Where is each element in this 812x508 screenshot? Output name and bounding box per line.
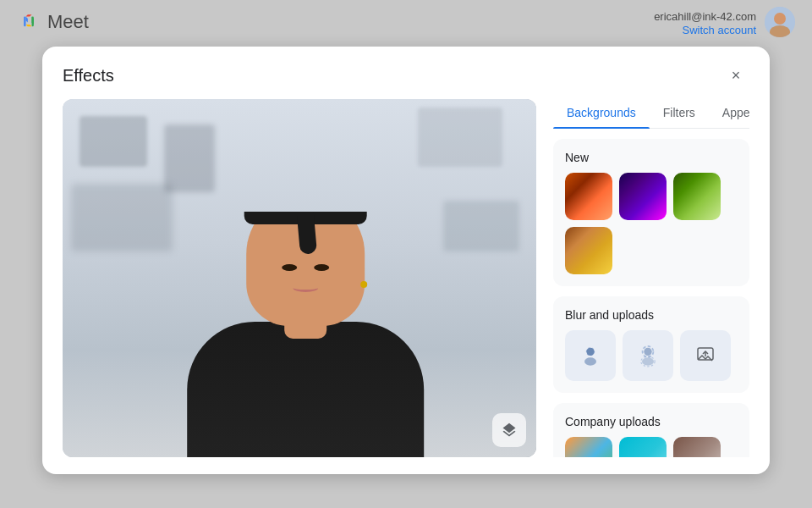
svg-point-8 xyxy=(644,348,651,356)
new-bg-3[interactable] xyxy=(673,173,721,220)
video-background xyxy=(63,99,536,457)
svg-point-6 xyxy=(584,357,596,365)
blur-section: Blur and uploads xyxy=(553,296,749,393)
video-preview xyxy=(63,99,536,457)
company-section: Company uploads xyxy=(553,403,749,457)
new-bg-2[interactable] xyxy=(619,173,667,220)
person-in-preview xyxy=(153,212,458,457)
topbar: Meet ericahill@ink-42.com Switch account xyxy=(0,0,812,44)
account-info: ericahill@ink-42.com Switch account xyxy=(654,8,756,36)
slight-blur-button[interactable] xyxy=(565,330,616,381)
effects-modal: Effects × xyxy=(42,47,770,474)
app-title: Meet xyxy=(47,11,89,33)
company-thumbnails xyxy=(565,437,738,457)
full-blur-icon xyxy=(636,344,660,367)
tab-backgrounds[interactable]: Backgrounds xyxy=(553,99,650,128)
svg-point-9 xyxy=(642,357,654,365)
avatar-image xyxy=(765,7,795,37)
tab-filters[interactable]: Filters xyxy=(650,99,709,128)
upload-icon xyxy=(695,345,716,366)
upload-button[interactable] xyxy=(680,330,731,381)
logo-area: Meet xyxy=(17,10,89,34)
modal-title: Effects xyxy=(63,66,114,86)
close-button[interactable]: × xyxy=(722,62,749,89)
avatar[interactable] xyxy=(765,7,795,37)
new-bg-4[interactable] xyxy=(565,227,612,274)
blur-options xyxy=(565,330,738,381)
new-thumbnails xyxy=(565,173,738,274)
slight-blur-icon xyxy=(579,344,602,367)
svg-rect-0 xyxy=(24,17,25,27)
meet-logo-icon xyxy=(17,10,41,34)
account-area: ericahill@ink-42.com Switch account xyxy=(654,7,795,37)
svg-rect-1 xyxy=(32,17,34,27)
company-bg-2[interactable] xyxy=(619,437,667,457)
new-section: New xyxy=(553,139,749,286)
layers-icon xyxy=(501,422,518,439)
company-bg-1[interactable] xyxy=(565,437,612,457)
modal-body: Backgrounds Filters Appearance New xyxy=(42,99,770,474)
tabs-bar: Backgrounds Filters Appearance xyxy=(553,99,749,129)
account-email: ericahill@ink-42.com xyxy=(654,10,756,23)
company-bg-3[interactable] xyxy=(673,437,721,457)
new-section-title: New xyxy=(565,151,738,164)
layers-button[interactable] xyxy=(492,413,526,447)
modal-header: Effects × xyxy=(42,47,770,99)
company-section-title: Company uploads xyxy=(565,415,738,428)
right-panel: Backgrounds Filters Appearance New xyxy=(553,99,749,457)
svg-point-3 xyxy=(774,13,786,25)
tab-appearance[interactable]: Appearance xyxy=(709,99,749,128)
panel-content: New Blur and uploads xyxy=(553,139,749,457)
full-blur-button[interactable] xyxy=(623,330,673,381)
new-bg-1[interactable] xyxy=(565,173,612,220)
blur-section-title: Blur and uploads xyxy=(565,308,738,322)
switch-account-link[interactable]: Switch account xyxy=(654,24,756,36)
